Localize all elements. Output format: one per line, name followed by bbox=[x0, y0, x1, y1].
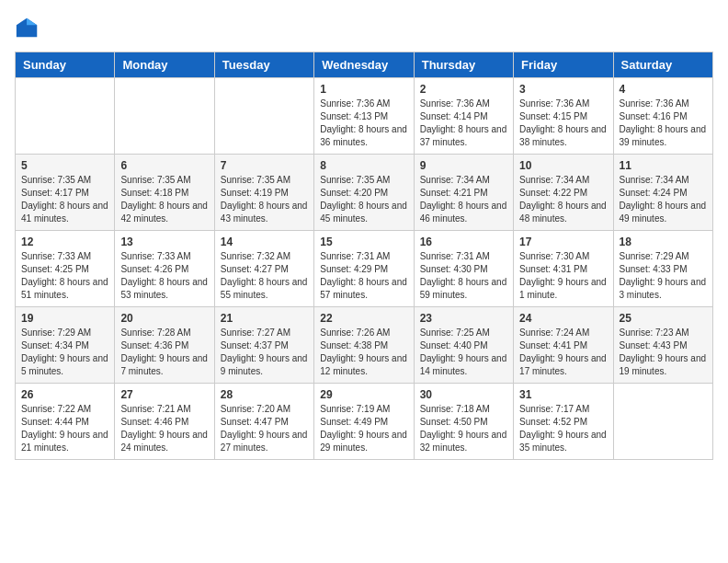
day-info: Sunrise: 7:29 AM Sunset: 4:33 PM Dayligh… bbox=[620, 250, 707, 302]
calendar-cell: 9Sunrise: 7:34 AM Sunset: 4:21 PM Daylig… bbox=[414, 155, 513, 231]
day-number: 25 bbox=[620, 312, 707, 325]
day-info: Sunrise: 7:34 AM Sunset: 4:21 PM Dayligh… bbox=[420, 174, 507, 225]
weekday-header-saturday: Saturday bbox=[613, 52, 712, 78]
day-number: 5 bbox=[21, 159, 108, 172]
day-number: 12 bbox=[21, 236, 108, 248]
day-number: 20 bbox=[120, 312, 208, 325]
day-info: Sunrise: 7:27 AM Sunset: 4:37 PM Dayligh… bbox=[221, 327, 308, 378]
weekday-header-thursday: Thursday bbox=[414, 52, 513, 78]
day-number: 31 bbox=[519, 388, 607, 401]
day-info: Sunrise: 7:36 AM Sunset: 4:15 PM Dayligh… bbox=[519, 98, 607, 149]
calendar-cell: 28Sunrise: 7:20 AM Sunset: 4:47 PM Dayli… bbox=[214, 384, 313, 460]
day-info: Sunrise: 7:31 AM Sunset: 4:30 PM Dayligh… bbox=[420, 250, 507, 302]
day-number: 13 bbox=[120, 236, 208, 248]
weekday-header-row: SundayMondayTuesdayWednesdayThursdayFrid… bbox=[16, 52, 713, 78]
day-info: Sunrise: 7:34 AM Sunset: 4:22 PM Dayligh… bbox=[519, 174, 607, 225]
day-number: 11 bbox=[620, 159, 707, 172]
calendar-cell: 22Sunrise: 7:26 AM Sunset: 4:38 PM Dayli… bbox=[314, 307, 414, 384]
calendar-cell: 19Sunrise: 7:29 AM Sunset: 4:34 PM Dayli… bbox=[16, 307, 115, 384]
day-info: Sunrise: 7:31 AM Sunset: 4:29 PM Dayligh… bbox=[320, 250, 407, 302]
day-number: 3 bbox=[519, 83, 607, 96]
calendar-cell bbox=[613, 384, 712, 460]
weekday-header-sunday: Sunday bbox=[16, 52, 115, 78]
calendar-cell bbox=[214, 78, 313, 155]
calendar-cell: 6Sunrise: 7:35 AM Sunset: 4:18 PM Daylig… bbox=[115, 155, 214, 231]
calendar-cell: 29Sunrise: 7:19 AM Sunset: 4:49 PM Dayli… bbox=[314, 384, 414, 460]
day-number: 18 bbox=[620, 236, 707, 248]
day-number: 10 bbox=[519, 159, 607, 172]
weekday-header-monday: Monday bbox=[115, 52, 214, 78]
day-number: 2 bbox=[420, 83, 507, 96]
calendar-cell bbox=[16, 78, 115, 155]
calendar-week-5: 26Sunrise: 7:22 AM Sunset: 4:44 PM Dayli… bbox=[16, 384, 713, 460]
calendar-cell: 25Sunrise: 7:23 AM Sunset: 4:43 PM Dayli… bbox=[613, 307, 712, 384]
day-info: Sunrise: 7:35 AM Sunset: 4:19 PM Dayligh… bbox=[221, 174, 308, 225]
day-info: Sunrise: 7:36 AM Sunset: 4:16 PM Dayligh… bbox=[620, 98, 707, 149]
day-number: 8 bbox=[320, 159, 407, 172]
day-number: 28 bbox=[221, 388, 308, 401]
day-number: 14 bbox=[221, 236, 308, 248]
calendar-cell: 11Sunrise: 7:34 AM Sunset: 4:24 PM Dayli… bbox=[613, 155, 712, 231]
day-info: Sunrise: 7:21 AM Sunset: 4:46 PM Dayligh… bbox=[120, 403, 208, 454]
day-info: Sunrise: 7:25 AM Sunset: 4:40 PM Dayligh… bbox=[420, 327, 507, 378]
calendar-cell: 16Sunrise: 7:31 AM Sunset: 4:30 PM Dayli… bbox=[414, 231, 513, 307]
day-info: Sunrise: 7:33 AM Sunset: 4:25 PM Dayligh… bbox=[21, 250, 108, 302]
calendar-cell: 7Sunrise: 7:35 AM Sunset: 4:19 PM Daylig… bbox=[214, 155, 313, 231]
calendar-cell: 2Sunrise: 7:36 AM Sunset: 4:14 PM Daylig… bbox=[414, 78, 513, 155]
calendar-cell: 30Sunrise: 7:18 AM Sunset: 4:50 PM Dayli… bbox=[414, 384, 513, 460]
calendar-cell: 27Sunrise: 7:21 AM Sunset: 4:46 PM Dayli… bbox=[115, 384, 214, 460]
day-number: 22 bbox=[320, 312, 407, 325]
day-info: Sunrise: 7:26 AM Sunset: 4:38 PM Dayligh… bbox=[320, 327, 407, 378]
day-info: Sunrise: 7:28 AM Sunset: 4:36 PM Dayligh… bbox=[120, 327, 208, 378]
day-number: 9 bbox=[420, 159, 507, 172]
calendar-cell: 4Sunrise: 7:36 AM Sunset: 4:16 PM Daylig… bbox=[613, 78, 712, 155]
calendar-week-3: 12Sunrise: 7:33 AM Sunset: 4:25 PM Dayli… bbox=[16, 231, 713, 307]
day-info: Sunrise: 7:29 AM Sunset: 4:34 PM Dayligh… bbox=[21, 327, 108, 378]
day-info: Sunrise: 7:22 AM Sunset: 4:44 PM Dayligh… bbox=[21, 403, 108, 454]
calendar-cell: 3Sunrise: 7:36 AM Sunset: 4:15 PM Daylig… bbox=[514, 78, 613, 155]
calendar-cell: 15Sunrise: 7:31 AM Sunset: 4:29 PM Dayli… bbox=[314, 231, 414, 307]
svg-marker-0 bbox=[17, 18, 37, 38]
calendar-table: SundayMondayTuesdayWednesdayThursdayFrid… bbox=[15, 52, 713, 460]
day-number: 4 bbox=[620, 83, 707, 96]
calendar-cell: 20Sunrise: 7:28 AM Sunset: 4:36 PM Dayli… bbox=[115, 307, 214, 384]
day-number: 26 bbox=[21, 388, 108, 401]
day-info: Sunrise: 7:35 AM Sunset: 4:20 PM Dayligh… bbox=[320, 174, 407, 225]
calendar-cell: 13Sunrise: 7:33 AM Sunset: 4:26 PM Dayli… bbox=[115, 231, 214, 307]
day-info: Sunrise: 7:17 AM Sunset: 4:52 PM Dayligh… bbox=[519, 403, 607, 454]
calendar-week-2: 5Sunrise: 7:35 AM Sunset: 4:17 PM Daylig… bbox=[16, 155, 713, 231]
day-number: 30 bbox=[420, 388, 507, 401]
calendar-week-1: 1Sunrise: 7:36 AM Sunset: 4:13 PM Daylig… bbox=[16, 78, 713, 155]
calendar-week-4: 19Sunrise: 7:29 AM Sunset: 4:34 PM Dayli… bbox=[16, 307, 713, 384]
day-info: Sunrise: 7:35 AM Sunset: 4:17 PM Dayligh… bbox=[21, 174, 108, 225]
calendar-cell: 5Sunrise: 7:35 AM Sunset: 4:17 PM Daylig… bbox=[16, 155, 115, 231]
calendar-cell: 31Sunrise: 7:17 AM Sunset: 4:52 PM Dayli… bbox=[514, 384, 613, 460]
calendar-cell: 1Sunrise: 7:36 AM Sunset: 4:13 PM Daylig… bbox=[314, 78, 414, 155]
calendar-cell: 23Sunrise: 7:25 AM Sunset: 4:40 PM Dayli… bbox=[414, 307, 513, 384]
day-info: Sunrise: 7:24 AM Sunset: 4:41 PM Dayligh… bbox=[519, 327, 607, 378]
day-info: Sunrise: 7:32 AM Sunset: 4:27 PM Dayligh… bbox=[221, 250, 308, 302]
day-info: Sunrise: 7:36 AM Sunset: 4:14 PM Dayligh… bbox=[420, 98, 507, 149]
page-header bbox=[15, 15, 713, 40]
day-info: Sunrise: 7:20 AM Sunset: 4:47 PM Dayligh… bbox=[221, 403, 308, 454]
day-number: 6 bbox=[120, 159, 208, 172]
day-number: 7 bbox=[221, 159, 308, 172]
calendar-cell: 26Sunrise: 7:22 AM Sunset: 4:44 PM Dayli… bbox=[16, 384, 115, 460]
day-info: Sunrise: 7:35 AM Sunset: 4:18 PM Dayligh… bbox=[120, 174, 208, 225]
calendar-cell: 24Sunrise: 7:24 AM Sunset: 4:41 PM Dayli… bbox=[514, 307, 613, 384]
day-info: Sunrise: 7:30 AM Sunset: 4:31 PM Dayligh… bbox=[519, 250, 607, 302]
calendar-cell: 8Sunrise: 7:35 AM Sunset: 4:20 PM Daylig… bbox=[314, 155, 414, 231]
logo bbox=[15, 15, 44, 40]
calendar-cell: 10Sunrise: 7:34 AM Sunset: 4:22 PM Dayli… bbox=[514, 155, 613, 231]
calendar-cell: 21Sunrise: 7:27 AM Sunset: 4:37 PM Dayli… bbox=[214, 307, 313, 384]
day-number: 1 bbox=[320, 83, 407, 96]
calendar-cell bbox=[115, 78, 214, 155]
day-number: 24 bbox=[519, 312, 607, 325]
day-number: 29 bbox=[320, 388, 407, 401]
day-info: Sunrise: 7:33 AM Sunset: 4:26 PM Dayligh… bbox=[120, 250, 208, 302]
calendar-cell: 14Sunrise: 7:32 AM Sunset: 4:27 PM Dayli… bbox=[214, 231, 313, 307]
calendar-cell: 18Sunrise: 7:29 AM Sunset: 4:33 PM Dayli… bbox=[613, 231, 712, 307]
day-info: Sunrise: 7:36 AM Sunset: 4:13 PM Dayligh… bbox=[320, 98, 407, 149]
weekday-header-tuesday: Tuesday bbox=[214, 52, 313, 78]
calendar-cell: 12Sunrise: 7:33 AM Sunset: 4:25 PM Dayli… bbox=[16, 231, 115, 307]
